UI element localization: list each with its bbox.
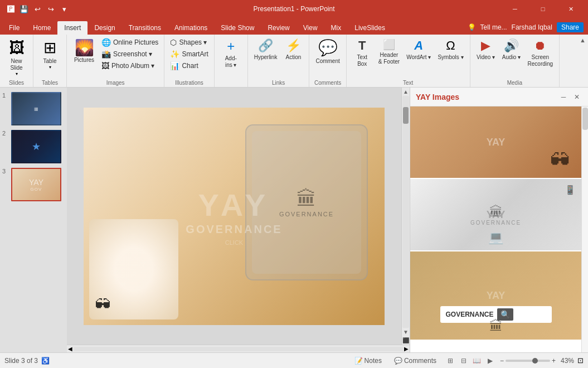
yay-image-3[interactable]: YAY GOVERNANCE 🔍 🏛 <box>410 251 581 341</box>
chart-icon: 📊 <box>170 61 179 70</box>
view-buttons: ⊞ ⊟ 📖 ▶ <box>444 355 497 367</box>
chart-btn[interactable]: 📊 Chart <box>168 60 210 71</box>
slide-thumb-1[interactable]: 1 ▦ <box>2 92 65 125</box>
action-btn[interactable]: ⚡ Action <box>281 37 305 77</box>
tab-home[interactable]: Home <box>26 21 57 35</box>
right-panel-body: YAY 🕶 YAY 💻 📱 🏛 GOVERNANCE <box>410 106 588 352</box>
minimize-btn[interactable]: ─ <box>502 0 528 18</box>
canvas-scrollbar[interactable]: ▲ ▼ ⬛ <box>401 88 410 345</box>
yay-images-title: YAY Images <box>416 93 459 101</box>
share-btn[interactable]: Share <box>557 22 584 32</box>
table-dropdown-arrow: ▾ <box>49 65 51 70</box>
ribbon: 🖼 NewSlide ▾ Slides ⊞ Table ▾ Tables 🌄 P… <box>0 35 588 88</box>
glasses: 🕶 <box>95 296 110 314</box>
addins-icon: + <box>227 38 235 54</box>
save-btn[interactable]: 💾 <box>18 3 30 15</box>
scroll-left-btn[interactable]: ◀ <box>67 346 74 352</box>
ribbon-group-illustrations-content: ⬡ Shapes ▾ ✨ SmartArt 📊 Chart <box>168 37 210 80</box>
new-slide-btn[interactable]: 🖼 NewSlide ▾ <box>4 37 29 77</box>
zoom-slider-thumb <box>532 358 538 364</box>
canvas-area[interactable]: 🕶 🏛 GOVERNANCE YAY GOVERNANCE CLICK <box>67 88 401 345</box>
yay-image-1[interactable]: YAY 🕶 <box>410 106 581 179</box>
screen-recording-btn[interactable]: ⏺ ScreenRecording <box>525 37 556 77</box>
slide-num-2: 2 <box>2 130 9 137</box>
status-bar: Slide 3 of 3 ♿ 📝 Notes 💬 Comments ⊞ ⊟ 📖 … <box>0 352 588 368</box>
hyperlink-btn[interactable]: 🔗 Hyperlink <box>251 37 280 77</box>
zoom-slider[interactable] <box>506 360 550 362</box>
addins-btn[interactable]: + Add-ins ▾ <box>218 37 243 77</box>
collapse-icon: ▲ <box>580 37 586 43</box>
action-icon: ⚡ <box>286 38 301 53</box>
yay-watermark: YAY GOVERNANCE CLICK <box>186 187 282 246</box>
tab-review[interactable]: Review <box>261 21 296 35</box>
tab-slideshow[interactable]: Slide Show <box>214 21 261 35</box>
slide-thumb-2[interactable]: 2 ★ <box>2 130 65 163</box>
photo-album-btn[interactable]: 🖼 Photo Album ▾ <box>99 60 161 71</box>
tab-mix[interactable]: Mix <box>324 21 348 35</box>
tab-view[interactable]: View <box>297 21 324 35</box>
right-panel-scrollbar[interactable] <box>581 106 588 352</box>
normal-view-btn[interactable]: ⊞ <box>444 355 456 367</box>
ribbon-collapse-btn[interactable]: ▲ <box>577 35 588 87</box>
notes-btn[interactable]: 📝 Notes <box>350 356 386 366</box>
customize-qa[interactable]: ▾ <box>58 3 70 15</box>
ribbon-group-addins: + Add-ins ▾ <box>215 35 248 87</box>
panel-close-btn[interactable]: ✕ <box>571 91 582 103</box>
zoom-control: − + 43% <box>500 357 574 365</box>
online-pictures-icon: 🌐 <box>101 38 111 47</box>
screenshot-btn[interactable]: 📸 Screenshot ▾ <box>99 49 161 60</box>
pictures-btn[interactable]: 🌄 Pictures <box>70 37 98 77</box>
img1-glasses: 🕶 <box>550 149 570 172</box>
video-btn[interactable]: ▶ Video ▾ <box>474 37 498 77</box>
scroll-thumb <box>403 107 409 124</box>
right-scroll-thumb <box>582 108 588 130</box>
scroll-right-btn[interactable]: ▶ <box>403 346 410 352</box>
shapes-btn[interactable]: ⬡ Shapes ▾ <box>168 37 210 48</box>
tab-insert[interactable]: Insert <box>57 21 88 35</box>
tab-transitions[interactable]: Transitions <box>122 21 168 35</box>
slide-num-1: 1 <box>2 92 9 99</box>
slide-sorter-btn[interactable]: ⊟ <box>458 355 470 367</box>
tab-design[interactable]: Design <box>88 21 122 35</box>
undo-btn[interactable]: ↩ <box>31 3 43 15</box>
right-panel: YAY Images ─ ✕ YAY 🕶 YAY <box>410 88 588 352</box>
status-left: Slide 3 of 3 ♿ <box>4 357 50 365</box>
scroll-up-btn[interactable]: ▲ <box>402 89 410 95</box>
textbox-btn[interactable]: T TextBox <box>350 37 375 77</box>
comment-btn[interactable]: 💬 Comment <box>313 37 342 77</box>
online-pictures-btn[interactable]: 🌐 Online Pictures <box>99 37 161 48</box>
slide-thumbnail-1[interactable]: ▦ <box>11 92 61 125</box>
tab-file[interactable]: File <box>2 21 26 35</box>
fit-to-window-btn[interactable]: ⊡ <box>577 356 584 365</box>
tell-me-input[interactable]: Tell me... <box>480 23 507 31</box>
slide-thumbnail-3[interactable]: YAY GOV <box>11 168 61 201</box>
slideshow-btn[interactable]: ▶ <box>484 355 497 367</box>
reading-view-btn[interactable]: 📖 <box>471 355 483 367</box>
smartart-btn[interactable]: ✨ SmartArt <box>168 49 210 60</box>
slide-thumbnail-2[interactable]: ★ <box>11 130 61 163</box>
zoom-in-btn[interactable]: + <box>552 357 556 365</box>
zoom-out-btn[interactable]: − <box>500 357 504 365</box>
zoom-level[interactable]: 43% <box>557 357 574 365</box>
slide-canvas: 🕶 🏛 GOVERNANCE YAY GOVERNANCE CLICK <box>84 108 385 325</box>
scroll-down-btn[interactable]: ▼ <box>402 329 410 335</box>
yay-image-2[interactable]: YAY 💻 📱 🏛 GOVERNANCE <box>410 179 581 251</box>
close-btn[interactable]: ✕ <box>558 0 584 18</box>
maximize-btn[interactable]: □ <box>530 0 556 18</box>
accessibility-icon: ♿ <box>41 357 50 365</box>
symbols-btn[interactable]: Ω Symbols ▾ <box>435 37 466 77</box>
panel-minimize-btn[interactable]: ─ <box>558 91 569 103</box>
header-footer-btn[interactable]: ⬜ Header& Footer <box>376 37 402 77</box>
h-scroll-track <box>74 347 403 351</box>
audio-btn[interactable]: 🔊 Audio ▾ <box>499 37 524 77</box>
wordart-btn[interactable]: A WordArt ▾ <box>404 37 434 77</box>
table-btn[interactable]: ⊞ Table ▾ <box>38 37 62 77</box>
comments-btn[interactable]: 💬 Comments <box>390 356 441 366</box>
tab-animations[interactable]: Animations <box>168 21 214 35</box>
slide-2-content: ★ <box>12 131 60 162</box>
scroll-bottom-btn[interactable]: ⬛ <box>402 337 410 343</box>
redo-btn[interactable]: ↪ <box>45 3 57 15</box>
ribbon-group-images: 🌄 Pictures 🌐 Online Pictures 📸 Screensho… <box>67 35 164 87</box>
slide-thumb-3[interactable]: 3 YAY GOV <box>2 168 65 201</box>
tab-liveslides[interactable]: LiveSlides <box>348 21 392 35</box>
